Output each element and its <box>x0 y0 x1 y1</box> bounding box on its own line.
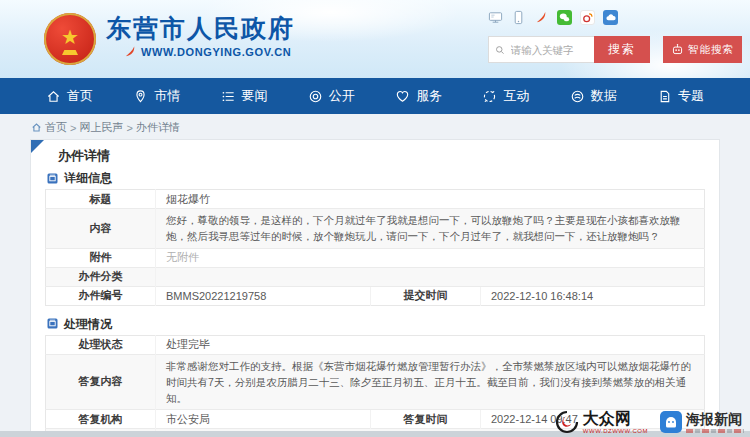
breadcrumb-separator: > <box>126 122 132 134</box>
data-icon <box>570 89 585 104</box>
document-icon <box>657 89 672 104</box>
field-label: 办件编号 <box>46 286 156 305</box>
field-label: 答复时间 <box>371 410 481 429</box>
detail-panel: 办件详情 详细信息 标题 烟花爆竹 内容 您好，尊敬的领导，是这样的，下个月就过… <box>30 139 720 437</box>
dazhong-logo[interactable]: 大众网 WWW.DZWWW.COM <box>555 410 648 434</box>
field-value: 烟花爆竹 <box>156 190 705 209</box>
haibao-tagline <box>686 429 744 433</box>
search-button[interactable]: 搜索 <box>594 36 650 63</box>
section-title: 详细信息 <box>64 172 112 184</box>
table-row: 处理状态 处理完毕 <box>46 335 705 354</box>
section-icon <box>47 173 58 184</box>
breadcrumb-separator: > <box>70 122 76 134</box>
main-nav: 首页 市情 要闻 公开 服务 互动 数据 专题 <box>0 78 750 114</box>
wechat-icon[interactable] <box>557 10 572 25</box>
dazhong-url: WWW.DZWWW.COM <box>583 428 648 434</box>
accessibility-swoosh-icon[interactable] <box>534 10 549 25</box>
page-title: 办件详情 <box>31 140 719 168</box>
dazhong-logo-text: 大众网 <box>583 411 648 427</box>
target-icon <box>308 89 323 104</box>
field-label: 答复机构 <box>46 410 156 429</box>
field-label: 提交时间 <box>371 286 481 305</box>
field-value: 您好，尊敬的领导，是这样的，下个月就过年了我就是想问一下，可以放鞭炮了吗？主要是… <box>156 209 705 249</box>
table-row: 标题 烟花爆竹 <box>46 190 705 209</box>
emblem-gate-icon <box>62 50 78 55</box>
site-title-block: 东营市人民政府 WWW.DONGYING.GOV.CN <box>106 15 295 58</box>
search-bar: 搜索 智能搜索 <box>488 36 742 63</box>
page: ★ 东营市人民政府 WWW.DONGYING.GOV.CN <box>0 0 750 437</box>
smart-search-label: 智能搜索 <box>688 43 734 57</box>
nav-item-topics[interactable]: 专题 <box>657 87 704 105</box>
search-box[interactable] <box>488 36 594 63</box>
robot-icon <box>671 43 684 56</box>
home-icon <box>31 122 42 133</box>
field-label: 办件分类 <box>46 267 156 286</box>
nav-item-home[interactable]: 首页 <box>46 87 93 105</box>
table-row: 附件 无附件 <box>46 248 705 267</box>
field-value: BMMS20221219758 <box>156 286 371 305</box>
home-icon <box>46 89 61 104</box>
dazhongwang-mark-icon <box>555 410 579 434</box>
nav-item-city[interactable]: 市情 <box>133 87 180 105</box>
haibao-logo-text: 海报新闻 <box>686 412 744 426</box>
swoosh-icon <box>124 45 137 58</box>
weibo-icon[interactable] <box>580 10 595 25</box>
site-title[interactable]: 东营市人民政府 <box>106 15 295 42</box>
smart-search-button[interactable]: 智能搜索 <box>663 36 742 63</box>
breadcrumb-online-voice[interactable]: 网上民声 <box>79 120 123 135</box>
national-emblem-logo[interactable]: ★ <box>44 13 96 65</box>
field-label: 附件 <box>46 248 156 267</box>
heart-icon <box>395 89 410 104</box>
table-row: 办件分类 <box>46 267 705 286</box>
haibao-logo[interactable]: 海报新闻 <box>660 411 744 433</box>
field-value: 无附件 <box>156 248 705 267</box>
field-label: 处理状态 <box>46 335 156 354</box>
nav-item-open[interactable]: 公开 <box>308 87 355 105</box>
breadcrumb-home[interactable]: 首页 <box>45 120 67 135</box>
table-row: 办件编号 BMMS20221219758 提交时间 2022-12-10 16:… <box>46 286 705 305</box>
breadcrumb: 首页 > 网上民声 > 办件详情 <box>31 120 180 135</box>
utility-iconbar <box>488 10 618 25</box>
pin-icon <box>133 89 148 104</box>
field-value: 市公安局 <box>156 410 371 429</box>
field-label: 内容 <box>46 209 156 249</box>
site-header: ★ 东营市人民政府 WWW.DONGYING.GOV.CN <box>0 0 750 78</box>
cloud-app-icon[interactable] <box>603 10 618 25</box>
detail-info-table: 标题 烟花爆竹 内容 您好，尊敬的领导，是这样的，下个月就过年了我就是想问一下，… <box>45 189 705 306</box>
site-url: WWW.DONGYING.GOV.CN <box>141 46 291 58</box>
search-input[interactable] <box>509 43 588 57</box>
pc-icon[interactable] <box>488 10 503 25</box>
list-icon <box>221 89 236 104</box>
field-value <box>156 267 705 286</box>
field-label: 答复内容 <box>46 354 156 410</box>
section-icon <box>47 318 58 329</box>
nav-item-data[interactable]: 数据 <box>570 87 617 105</box>
table-row: 内容 您好，尊敬的领导，是这样的，下个月就过年了我就是想问一下，可以放鞭炮了吗？… <box>46 209 705 249</box>
emblem-star-icon: ★ <box>61 27 79 47</box>
nav-item-interact[interactable]: 互动 <box>482 87 529 105</box>
interact-icon <box>482 89 497 104</box>
nav-item-news[interactable]: 要闻 <box>221 87 268 105</box>
mobile-icon[interactable] <box>511 10 526 25</box>
nav-item-services[interactable]: 服务 <box>395 87 442 105</box>
breadcrumb-current: 办件详情 <box>136 120 180 135</box>
field-value: 处理完毕 <box>156 335 705 354</box>
detail-info-section: 详细信息 标题 烟花爆竹 内容 您好，尊敬的领导，是这样的，下个月就过年了我就是… <box>45 168 705 306</box>
field-value: 2022-12-10 16:48:14 <box>481 286 705 305</box>
field-value: 非常感谢您对工作的支持。根据《东营市烟花爆竹燃放管理暂行办法》，全市禁燃禁放区域… <box>156 354 705 410</box>
field-label: 标题 <box>46 190 156 209</box>
media-logos: 大众网 WWW.DZWWW.COM 海报新闻 <box>555 410 744 434</box>
haibao-app-icon <box>660 411 682 433</box>
table-row: 答复内容 非常感谢您对工作的支持。根据《东营市烟花爆竹燃放管理暂行办法》，全市禁… <box>46 354 705 410</box>
section-title: 处理情况 <box>64 318 112 330</box>
search-icon <box>495 44 505 56</box>
